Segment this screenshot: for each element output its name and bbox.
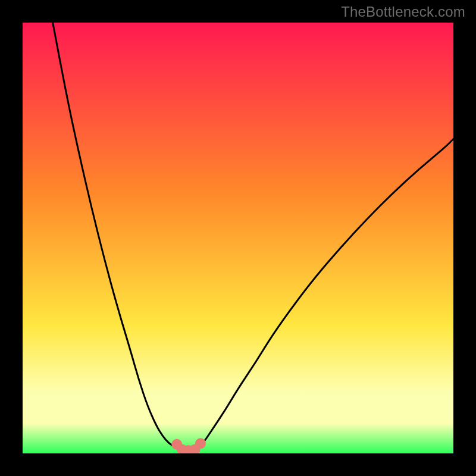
bottleneck-curve-chart	[23, 23, 453, 453]
plot-area	[23, 23, 453, 453]
chart-frame: TheBottleneck.com	[0, 0, 476, 476]
watermark-text: TheBottleneck.com	[341, 4, 465, 20]
trough-marker	[195, 438, 206, 449]
